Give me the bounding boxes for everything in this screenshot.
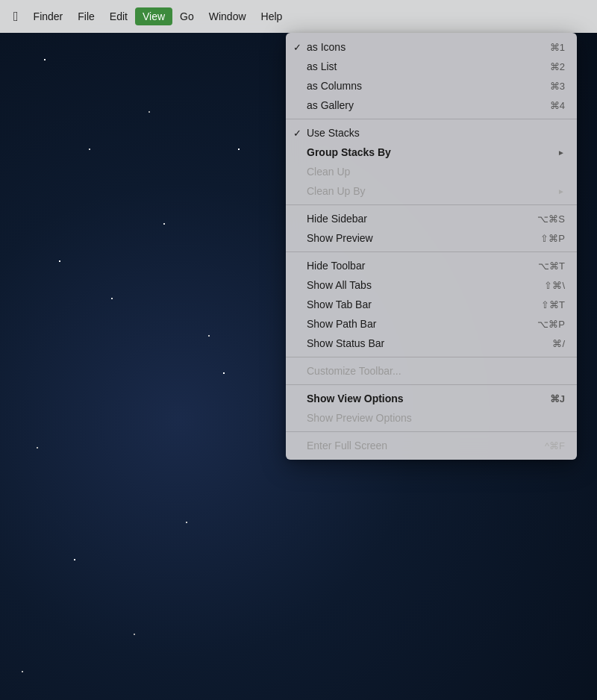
group-stacks-by-label: Group Stacks By bbox=[307, 146, 557, 158]
use-stacks-item[interactable]: ✓ Use Stacks bbox=[286, 123, 577, 143]
divider-4 bbox=[286, 357, 577, 357]
show-view-options-shortcut: ⌘J bbox=[550, 393, 565, 404]
hide-toolbar-shortcut: ⌥⌘T bbox=[538, 260, 565, 272]
as-icons-checkmark: ✓ bbox=[293, 42, 301, 53]
show-preview-label: Show Preview bbox=[307, 232, 525, 244]
sidebar-preview-section: Hide Sidebar ⌥⌘S Show Preview ⇧⌘P bbox=[286, 207, 577, 249]
as-gallery-label: as Gallery bbox=[307, 99, 535, 111]
show-tab-bar-item[interactable]: Show Tab Bar ⇧⌘T bbox=[286, 295, 577, 314]
apple-menu-item[interactable]:  bbox=[6, 7, 26, 26]
view-options-section: Show View Options ⌘J Show Preview Option… bbox=[286, 387, 577, 429]
as-list-shortcut: ⌘2 bbox=[550, 61, 565, 72]
file-menu-item[interactable]: File bbox=[70, 7, 102, 25]
group-stacks-by-item[interactable]: Group Stacks By ► bbox=[286, 143, 577, 162]
fullscreen-section: Enter Full Screen ^⌘F bbox=[286, 434, 577, 457]
customize-toolbar-item[interactable]: Customize Toolbar... bbox=[286, 361, 577, 381]
as-gallery-shortcut: ⌘4 bbox=[550, 100, 565, 111]
go-menu-item[interactable]: Go bbox=[172, 7, 201, 25]
as-list-label: as List bbox=[307, 60, 535, 72]
stacks-section: ✓ Use Stacks Group Stacks By ► Clean Up … bbox=[286, 122, 577, 202]
show-path-bar-item[interactable]: Show Path Bar ⌥⌘P bbox=[286, 314, 577, 334]
show-status-bar-shortcut: ⌘/ bbox=[552, 338, 565, 349]
as-icons-shortcut: ⌘1 bbox=[550, 42, 565, 53]
show-all-tabs-shortcut: ⇧⌘\ bbox=[544, 280, 565, 291]
divider-3 bbox=[286, 251, 577, 252]
customize-section: Customize Toolbar... bbox=[286, 360, 577, 382]
hide-sidebar-item[interactable]: Hide Sidebar ⌥⌘S bbox=[286, 209, 577, 228]
as-columns-shortcut: ⌘3 bbox=[550, 81, 565, 92]
as-columns-label: as Columns bbox=[307, 80, 535, 92]
enter-full-screen-item[interactable]: Enter Full Screen ^⌘F bbox=[286, 436, 577, 455]
as-gallery-item[interactable]: as Gallery ⌘4 bbox=[286, 96, 577, 115]
show-status-bar-label: Show Status Bar bbox=[307, 337, 537, 349]
use-stacks-checkmark: ✓ bbox=[293, 128, 301, 139]
window-menu-item[interactable]: Window bbox=[201, 7, 254, 25]
show-all-tabs-item[interactable]: Show All Tabs ⇧⌘\ bbox=[286, 275, 577, 295]
show-preview-shortcut: ⇧⌘P bbox=[540, 233, 565, 244]
toolbar-tabs-section: Hide Toolbar ⌥⌘T Show All Tabs ⇧⌘\ Show … bbox=[286, 254, 577, 354]
hide-sidebar-label: Hide Sidebar bbox=[307, 213, 522, 225]
as-icons-item[interactable]: ✓ as Icons ⌘1 bbox=[286, 37, 577, 57]
as-icons-label: as Icons bbox=[307, 41, 535, 53]
view-dropdown-menu: ✓ as Icons ⌘1 as List ⌘2 as Columns ⌘3 a… bbox=[286, 33, 577, 460]
hide-toolbar-item[interactable]: Hide Toolbar ⌥⌘T bbox=[286, 256, 577, 275]
help-menu-item[interactable]: Help bbox=[254, 7, 290, 25]
divider-5 bbox=[286, 384, 577, 385]
clean-up-label: Clean Up bbox=[307, 166, 565, 178]
show-tab-bar-shortcut: ⇧⌘T bbox=[541, 299, 565, 310]
show-view-options-label: Show View Options bbox=[307, 393, 535, 404]
enter-full-screen-shortcut: ^⌘F bbox=[545, 440, 565, 451]
group-stacks-by-arrow: ► bbox=[557, 149, 565, 157]
hide-toolbar-label: Hide Toolbar bbox=[307, 260, 523, 272]
divider-6 bbox=[286, 431, 577, 432]
show-path-bar-shortcut: ⌥⌘P bbox=[537, 319, 565, 330]
view-modes-section: ✓ as Icons ⌘1 as List ⌘2 as Columns ⌘3 a… bbox=[286, 36, 577, 116]
menu-bar:  Finder File Edit View Go Window Help bbox=[0, 0, 597, 33]
show-all-tabs-label: Show All Tabs bbox=[307, 279, 529, 291]
customize-toolbar-label: Customize Toolbar... bbox=[307, 365, 565, 377]
divider-2 bbox=[286, 204, 577, 205]
finder-menu-item[interactable]: Finder bbox=[26, 7, 71, 25]
hide-sidebar-shortcut: ⌥⌘S bbox=[537, 213, 565, 225]
as-columns-item[interactable]: as Columns ⌘3 bbox=[286, 76, 577, 96]
as-list-item[interactable]: as List ⌘2 bbox=[286, 57, 577, 76]
show-status-bar-item[interactable]: Show Status Bar ⌘/ bbox=[286, 334, 577, 353]
clean-up-by-label: Clean Up By bbox=[307, 185, 557, 197]
divider-1 bbox=[286, 119, 577, 119]
show-tab-bar-label: Show Tab Bar bbox=[307, 299, 526, 310]
view-menu-item[interactable]: View bbox=[135, 7, 172, 25]
show-path-bar-label: Show Path Bar bbox=[307, 318, 522, 330]
show-preview-item[interactable]: Show Preview ⇧⌘P bbox=[286, 228, 577, 248]
use-stacks-label: Use Stacks bbox=[307, 127, 565, 139]
clean-up-by-arrow: ► bbox=[557, 187, 565, 196]
show-view-options-item[interactable]: Show View Options ⌘J bbox=[286, 389, 577, 408]
show-preview-options-item[interactable]: Show Preview Options bbox=[286, 408, 577, 428]
clean-up-item[interactable]: Clean Up bbox=[286, 162, 577, 181]
show-preview-options-label: Show Preview Options bbox=[307, 412, 565, 424]
edit-menu-item[interactable]: Edit bbox=[102, 7, 135, 25]
clean-up-by-item[interactable]: Clean Up By ► bbox=[286, 181, 577, 201]
enter-full-screen-label: Enter Full Screen bbox=[307, 440, 530, 451]
